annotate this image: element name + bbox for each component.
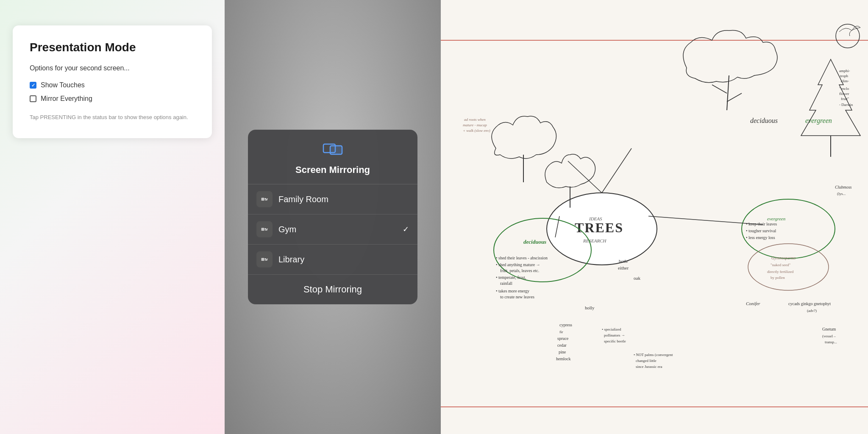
svg-text:clim-: clim-	[841, 79, 849, 83]
left-panel: Presentation Mode Options for your secon…	[0, 0, 225, 434]
svg-text:holly: holly	[585, 305, 595, 310]
apple-tv-icon-library: ⊞tv	[256, 251, 273, 267]
svg-text:deciduous: deciduous	[750, 117, 778, 124]
svg-text:• shed their leaves - abscissi: • shed their leaves - abscission	[496, 256, 548, 260]
svg-text:amphi-: amphi-	[839, 69, 850, 73]
svg-text:mature - mucap: mature - mucap	[463, 123, 487, 127]
device-gym[interactable]: ⊞tv Gym ✓	[248, 214, 417, 245]
trees-mind-map: IDEAS TREES RESEARCH deciduous evergreen	[441, 0, 868, 434]
apple-tv-label-gym: ⊞tv	[261, 227, 267, 231]
svg-text:pollinators →: pollinators →	[604, 333, 625, 337]
svg-text:Clubmoss: Clubmoss	[835, 185, 852, 189]
svg-text:(adv?): (adv?)	[807, 309, 817, 313]
svg-text:• takes more energy: • takes more energy	[496, 289, 529, 293]
stop-mirroring-label: Stop Mirroring	[303, 284, 362, 295]
notes-canvas: IDEAS TREES RESEARCH deciduous evergreen	[441, 0, 868, 434]
show-touches-label: Show Touches	[41, 81, 85, 89]
svg-text:ad roots when: ad roots when	[464, 117, 486, 122]
screen-mirroring-modal: Screen Mirroring ⊞tv Family Room ⊞tv Gym…	[248, 130, 417, 304]
apple-tv-icon-gym: ⊞tv	[256, 221, 273, 237]
svg-text:flower: flower	[839, 92, 849, 96]
svg-text:• less energy loss: • less energy loss	[746, 235, 775, 240]
svg-text:cycads  ginkgo  gnetophyt: cycads ginkgo gnetophyt	[788, 301, 831, 306]
mirror-everything-row[interactable]: Mirror Everything	[30, 95, 195, 103]
hint-text: Tap PRESENTING in the status bar to show…	[30, 114, 195, 121]
svg-text:directly fertilized: directly fertilized	[767, 270, 794, 274]
svg-text:deciduous: deciduous	[523, 239, 546, 245]
library-label: Library	[278, 255, 409, 264]
mirroring-title: Screen Mirroring	[295, 164, 370, 175]
svg-text:- Darwin: - Darwin	[839, 103, 853, 107]
device-family-room[interactable]: ⊞tv Family Room	[248, 184, 417, 214]
gym-label: Gym	[278, 225, 397, 234]
svg-text:Gymnosperms: Gymnosperms	[771, 256, 796, 260]
svg-text:spruce: spruce	[557, 336, 569, 341]
svg-text:troph: troph	[840, 74, 848, 78]
family-room-label: Family Room	[278, 195, 409, 204]
svg-text:fruit, petals, leaves etc.: fruit, petals, leaves etc.	[500, 268, 539, 273]
svg-text:cypress: cypress	[559, 323, 572, 327]
svg-text:(lys...: (lys...	[837, 192, 846, 196]
svg-text:+ walk (slow env): + walk (slow env)	[463, 128, 490, 133]
mirroring-header: Screen Mirroring	[248, 130, 417, 184]
svg-text:TREES: TREES	[575, 220, 623, 235]
svg-text:specific beetle: specific beetle	[604, 339, 626, 343]
svg-text:pine: pine	[559, 350, 566, 354]
svg-text:by pollen: by pollen	[771, 275, 785, 280]
svg-text:to create new leaves: to create new leaves	[500, 295, 534, 299]
svg-text:• shed anything mature →: • shed anything mature →	[496, 262, 540, 267]
device-library[interactable]: ⊞tv Library	[248, 245, 417, 275]
svg-text:• tougher survival: • tougher survival	[746, 228, 776, 233]
show-touches-row[interactable]: Show Touches	[30, 81, 195, 89]
svg-text:fruit": fruit"	[841, 97, 849, 101]
svg-text:RESEARCH: RESEARCH	[583, 238, 606, 243]
svg-text:since Jurassic era: since Jurassic era	[636, 364, 662, 369]
svg-text:"naked seed": "naked seed"	[771, 263, 790, 267]
svg-text:"enclo: "enclo	[839, 86, 849, 91]
presentation-card: Presentation Mode Options for your secon…	[13, 25, 212, 138]
svg-text:• NOT palms (convergent: • NOT palms (convergent	[634, 353, 673, 357]
gym-checkmark: ✓	[403, 225, 409, 234]
apple-tv-icon-family-room: ⊞tv	[256, 191, 273, 207]
svg-text:either: either	[618, 265, 629, 270]
svg-text:(vessel –: (vessel –	[822, 334, 836, 338]
apple-tv-label: ⊞tv	[261, 197, 267, 201]
svg-text:fir: fir	[559, 330, 563, 334]
presentation-mode-title: Presentation Mode	[30, 41, 195, 54]
svg-text:evergreen: evergreen	[767, 216, 786, 221]
svg-rect-1	[330, 146, 342, 154]
svg-text:cedar: cedar	[557, 343, 567, 348]
svg-text:changed little: changed little	[636, 359, 657, 363]
svg-text:transp...: transp...	[825, 340, 837, 344]
svg-text:• specialized: • specialized	[602, 327, 621, 331]
svg-text:Conifer: Conifer	[746, 301, 760, 306]
svg-text:oak: oak	[634, 275, 640, 281]
stop-mirroring-button[interactable]: Stop Mirroring	[248, 275, 417, 304]
screen-mirroring-icon	[323, 142, 343, 159]
right-panel: PRESENTING IDEAS TREES RESEARCH deciduou…	[441, 0, 868, 434]
middle-panel: Screen Mirroring ⊞tv Family Room ⊞tv Gym…	[225, 0, 441, 434]
mirror-everything-label: Mirror Everything	[41, 95, 92, 103]
svg-text:evergreen: evergreen	[805, 117, 832, 125]
show-touches-checkbox[interactable]	[30, 82, 36, 89]
svg-rect-2	[441, 0, 868, 434]
svg-text:hemlock: hemlock	[556, 356, 570, 361]
mirror-everything-checkbox[interactable]	[30, 95, 36, 102]
svg-text:both/: both/	[619, 259, 629, 264]
svg-text:rainfall: rainfall	[500, 281, 512, 286]
options-label: Options for your second screen...	[30, 64, 195, 72]
apple-tv-label-library: ⊞tv	[261, 257, 267, 262]
svg-text:• temperate, frost,: • temperate, frost,	[496, 275, 526, 280]
svg-text:Gnetum: Gnetum	[822, 327, 836, 331]
